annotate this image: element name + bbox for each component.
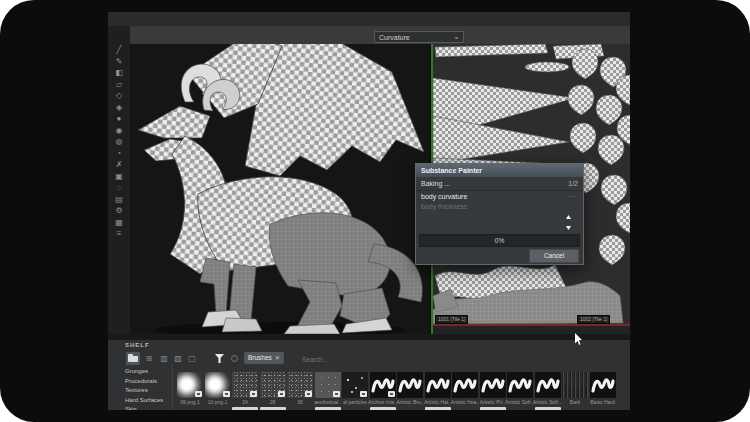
shelf-item-preview[interactable] bbox=[370, 372, 396, 398]
substance-painter-window: ╱✎◧▱◇◈●◉◍◔✗▣◌▤⚙▦≡ Curvature ⌄ bbox=[108, 12, 630, 410]
next-row-thumbnail-peek bbox=[260, 407, 286, 410]
shelf-item-label: Basic Hard bbox=[588, 399, 618, 405]
shelf-item-label: 28 bbox=[258, 399, 288, 405]
next-row-thumbnail-peek bbox=[535, 407, 561, 410]
resource-type-icon bbox=[250, 391, 257, 397]
polygon-fill-tool-icon[interactable]: ◇ bbox=[108, 90, 130, 101]
resource-type-icon bbox=[195, 391, 202, 397]
item-options-icon[interactable]: ... bbox=[567, 190, 577, 199]
shelf-item-label: 38 bbox=[285, 399, 315, 405]
shelf-item-label: Artistic Hai.. bbox=[423, 399, 453, 405]
smudge-tool-icon[interactable]: ◈ bbox=[108, 102, 130, 113]
shelf-category-hard-surfaces[interactable]: Hard Surfaces bbox=[125, 397, 163, 403]
filter-mode-icon[interactable] bbox=[228, 352, 242, 365]
projection-tool-icon[interactable]: ▱ bbox=[108, 79, 130, 90]
shelf-title: SHELF bbox=[125, 342, 150, 348]
baking-queued-item: body thickness bbox=[421, 203, 467, 210]
dialog-title: Substance Painter bbox=[416, 164, 583, 177]
left-toolbar: ╱✎◧▱◇◈●◉◍◔✗▣◌▤⚙▦≡ bbox=[108, 26, 131, 352]
picker-icon[interactable]: ◌ bbox=[108, 182, 130, 193]
shelf-item-label: Artistic Soft .. bbox=[533, 399, 563, 405]
shelf-panel: SHELF Brushes✕ ⊞▥▧▢ GrungesProceduralsTe… bbox=[108, 340, 630, 410]
viewport-header: Curvature ⌄ bbox=[130, 26, 630, 45]
menu-icon[interactable]: ≡ bbox=[108, 228, 130, 239]
shelf-category-skin[interactable]: Skin bbox=[125, 406, 137, 410]
clone-tool-icon[interactable]: ● bbox=[108, 113, 130, 124]
uv-tile-label-1002: 1002 [Tile 1] bbox=[577, 315, 610, 324]
baking-status-label: Baking ... bbox=[421, 180, 450, 187]
next-row-thumbnail-peek bbox=[232, 407, 258, 410]
delete-icon[interactable]: ✗ bbox=[108, 159, 130, 170]
shelf-item-preview[interactable] bbox=[287, 372, 313, 398]
baking-current-item: body curvature bbox=[421, 193, 467, 200]
shelf-item-preview[interactable] bbox=[535, 372, 561, 398]
shelf-item-preview[interactable] bbox=[507, 372, 533, 398]
shelf-item-label: Artistic Soft .. bbox=[505, 399, 535, 405]
filter-chip-brushes[interactable]: Brushes✕ bbox=[244, 352, 284, 364]
shelf-item-preview[interactable] bbox=[590, 372, 616, 398]
scroll-up-icon[interactable] bbox=[566, 215, 571, 219]
filter-icon[interactable] bbox=[212, 352, 226, 365]
shelf-item-preview[interactable] bbox=[562, 372, 588, 398]
brush-tool-icon[interactable]: ✎ bbox=[108, 56, 130, 67]
device-frame: ╱✎◧▱◇◈●◉◍◔✗▣◌▤⚙▦≡ Curvature ⌄ bbox=[0, 0, 750, 422]
shelf-item-preview[interactable] bbox=[260, 372, 286, 398]
chevron-down-icon: ⌄ bbox=[453, 31, 460, 42]
particle-tool-icon[interactable]: ◉ bbox=[108, 125, 130, 136]
shelf-item-label: 09.png 1 bbox=[175, 399, 205, 405]
shelf-item-preview[interactable] bbox=[397, 372, 423, 398]
resource-type-icon bbox=[278, 391, 285, 397]
export-icon[interactable]: ▢ bbox=[185, 352, 199, 365]
screenshot-stage: ╱✎◧▱◇◈●◉◍◔✗▣◌▤⚙▦≡ Curvature ⌄ bbox=[0, 0, 750, 422]
uv-tile-label-1001: 1001 [Tile 1] bbox=[435, 315, 468, 324]
shelf-category-grunges[interactable]: Grunges bbox=[125, 368, 148, 374]
material-picker-icon[interactable]: ◍ bbox=[108, 136, 130, 147]
shelf-item-preview[interactable] bbox=[452, 372, 478, 398]
shelf-item-label: aesthetical.. bbox=[313, 399, 343, 405]
channel-select-dropdown[interactable]: Curvature ⌄ bbox=[374, 31, 464, 43]
cancel-button[interactable]: Cancel bbox=[529, 249, 579, 263]
chip-close-icon[interactable]: ✕ bbox=[275, 355, 280, 361]
image-icon[interactable]: ▣ bbox=[108, 171, 130, 182]
shelf-toolbar: Brushes✕ ⊞▥▧▢ bbox=[108, 351, 630, 367]
shelf-category-procedurals[interactable]: Procedurals bbox=[125, 378, 157, 384]
dragon-model bbox=[130, 44, 430, 334]
shelf-item-label: Artistic Pri.. bbox=[478, 399, 508, 405]
shelf-item-preview[interactable] bbox=[480, 372, 506, 398]
channel-select-value: Curvature bbox=[379, 34, 410, 41]
resource-type-icon bbox=[305, 391, 312, 397]
shelf-item-label: al particles bbox=[340, 399, 370, 405]
shelf-item-preview[interactable] bbox=[425, 372, 451, 398]
shelf-item-preview[interactable] bbox=[205, 372, 231, 398]
shelf-item-label: 24 bbox=[230, 399, 260, 405]
history-icon[interactable]: ▤ bbox=[108, 194, 130, 205]
resource-type-icon bbox=[223, 391, 230, 397]
progress-percent: 0% bbox=[495, 237, 504, 244]
resource-type-icon bbox=[333, 391, 340, 397]
menu-bar[interactable] bbox=[108, 12, 630, 27]
resource-type-icon bbox=[388, 391, 395, 397]
shelf-item-label: Artistic Bru.. bbox=[395, 399, 425, 405]
scroll-down-icon[interactable] bbox=[566, 226, 571, 230]
baking-counter: 1/2 bbox=[568, 177, 578, 190]
viewport-3d[interactable] bbox=[130, 44, 430, 334]
grid-icon[interactable]: ▦ bbox=[108, 217, 130, 228]
baking-status-row: Baking ... 1/2 bbox=[416, 177, 583, 191]
shelf-item-label: Artistic Hea.. bbox=[450, 399, 480, 405]
shelf-item-preview[interactable] bbox=[177, 372, 203, 398]
search-input[interactable] bbox=[300, 352, 394, 366]
shelf-item-preview[interactable] bbox=[342, 372, 368, 398]
baking-progress-bar: 0% bbox=[419, 234, 580, 247]
baking-dialog: Substance Painter Baking ... 1/2 body cu… bbox=[415, 163, 584, 265]
link-icon[interactable]: ▧ bbox=[171, 352, 185, 365]
shelf-item-label: 10.png 1 bbox=[203, 399, 233, 405]
physics-icon[interactable]: ◔ bbox=[108, 148, 130, 159]
eraser-tool-icon[interactable]: ◧ bbox=[108, 67, 130, 78]
shelf-divider bbox=[172, 364, 173, 410]
shelf-category-textures[interactable]: Textures bbox=[125, 387, 148, 393]
line-tool-icon[interactable]: ╱ bbox=[108, 44, 130, 55]
settings-icon[interactable]: ⚙ bbox=[108, 205, 130, 216]
shelf-item-preview[interactable] bbox=[315, 372, 341, 398]
shelf-item-label: Bark bbox=[560, 399, 590, 405]
shelf-item-preview[interactable] bbox=[232, 372, 258, 398]
